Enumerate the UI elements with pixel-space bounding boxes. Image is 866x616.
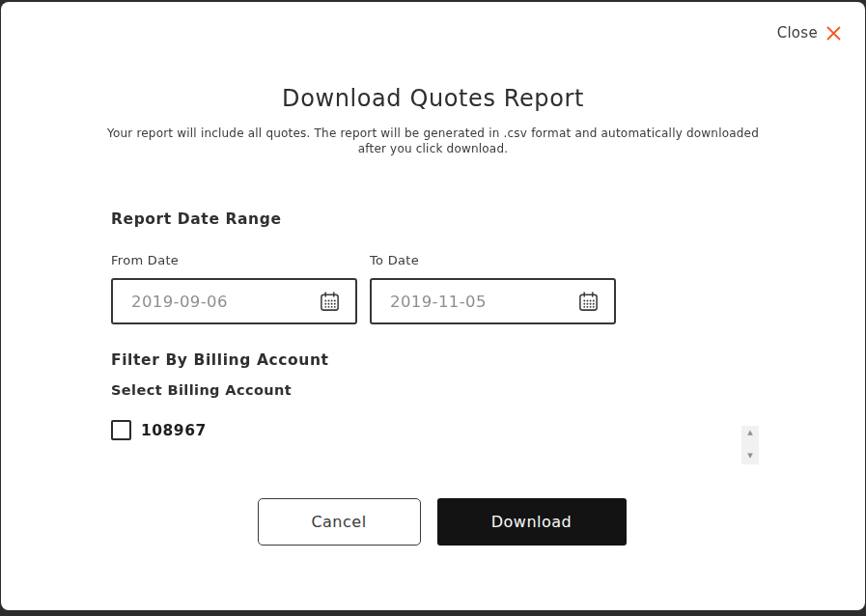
from-date-field: From Date 2019-09-06 — [111, 253, 357, 324]
from-date-value: 2019-09-06 — [131, 293, 319, 311]
billing-account-label[interactable]: 108967 — [141, 422, 207, 439]
download-button[interactable]: Download — [437, 498, 627, 546]
billing-account-checkbox[interactable] — [111, 420, 131, 440]
close-x-icon[interactable] — [826, 26, 841, 41]
date-range-heading: Report Date Range — [111, 210, 755, 228]
report-form: Report Date Range From Date 2019-09-06 — [111, 210, 755, 440]
modal-actions: Cancel Download — [10, 498, 865, 546]
modal-description: Your report will include all quotes. The… — [96, 126, 771, 156]
close-button[interactable]: Close — [777, 24, 841, 42]
to-date-input[interactable]: 2019-11-05 — [370, 278, 616, 324]
scroll-up-icon[interactable]: ▲ — [747, 430, 752, 436]
to-date-value: 2019-11-05 — [390, 293, 577, 311]
date-range-row: From Date 2019-09-06 — [111, 253, 755, 324]
calendar-icon[interactable] — [577, 291, 600, 313]
billing-filter-heading: Filter By Billing Account — [111, 351, 755, 369]
cancel-button[interactable]: Cancel — [258, 498, 421, 546]
select-billing-account-label: Select Billing Account — [111, 382, 755, 398]
calendar-icon[interactable] — [319, 291, 341, 313]
billing-account-row: 108967 — [111, 420, 755, 440]
page-title: Download Quotes Report — [1, 85, 865, 112]
to-date-field: To Date 2019-11-05 — [370, 253, 616, 324]
from-date-input[interactable]: 2019-09-06 — [111, 278, 357, 324]
close-button-label: Close — [777, 24, 818, 42]
from-date-label: From Date — [111, 253, 357, 267]
download-quotes-modal: Close Download Quotes Report Your report… — [1, 2, 865, 610]
scroll-down-icon[interactable]: ▼ — [747, 453, 752, 460]
to-date-label: To Date — [370, 253, 616, 267]
account-list-scrollbar[interactable]: ▲ ▼ — [741, 426, 759, 464]
